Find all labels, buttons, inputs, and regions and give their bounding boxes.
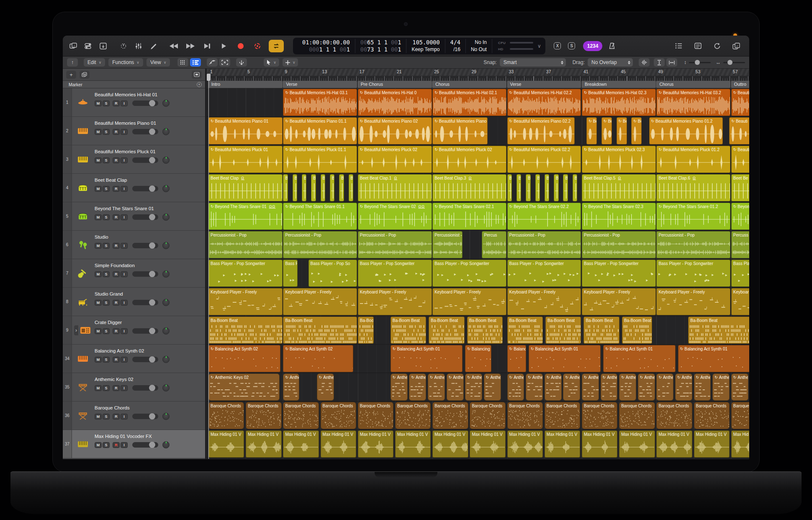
region[interactable]: ↻Anthe: [484, 373, 501, 401]
cycle-button[interactable]: [269, 40, 284, 52]
region[interactable]: ↻Beautiful Memories Piano 01.2: [649, 117, 723, 144]
track-row[interactable]: 5 Beyond The Stars Snare 01 M S R I: [63, 202, 205, 231]
input-monitor-button[interactable]: I: [121, 357, 128, 363]
region[interactable]: Max Hiding 01 V: [582, 430, 617, 458]
region[interactable]: B: [535, 174, 540, 201]
solo-button[interactable]: S: [103, 385, 110, 391]
region[interactable]: Baroque Chords: [246, 402, 281, 429]
region[interactable]: ↻Anthe: [428, 373, 445, 401]
disclosure-chevron-icon[interactable]: ›: [74, 325, 78, 335]
region[interactable]: ↻Beautiful Memories Pluck 02.2: [507, 146, 581, 173]
region[interactable]: Bass Player - Pop Songwriter: [358, 260, 432, 287]
region[interactable]: ↻Beyond The Stars Snare 02.3: [582, 203, 656, 230]
s-badge-button[interactable]: S: [566, 41, 577, 51]
region[interactable]: ↻Anthe: [317, 373, 334, 401]
solo-button[interactable]: S: [103, 100, 110, 106]
input-monitor-button[interactable]: I: [121, 129, 128, 135]
region[interactable]: ↻Beyond The Stars Snare 01.2: [656, 203, 730, 230]
input-monitor-button[interactable]: I: [121, 271, 128, 277]
solo-button[interactable]: S: [103, 357, 110, 363]
pencil-icon[interactable]: [148, 40, 159, 52]
mute-button[interactable]: M: [95, 442, 102, 448]
tuner-icon[interactable]: [118, 40, 129, 52]
solo-button[interactable]: S: [103, 129, 110, 135]
mute-button[interactable]: M: [95, 129, 102, 135]
input-monitor-button[interactable]: I: [121, 328, 128, 334]
region[interactable]: ↻Balancing Act Synth 02: [208, 345, 280, 372]
region[interactable]: B: [283, 174, 288, 201]
track-row[interactable]: 36 Baroque Chords M S R I: [63, 402, 205, 430]
region[interactable]: Max Hiding 01 V: [208, 430, 244, 458]
region-grid[interactable]: ↻Beautiful Memories Hi-Hat 03.1 ↻Beautif…: [207, 88, 749, 459]
region[interactable]: Baroque Chords: [507, 402, 543, 429]
region[interactable]: ↻Beautiful Memories Piano 02: [432, 117, 488, 144]
region[interactable]: ↻Beautiful Memories Hi-Hat 02.3: [582, 89, 656, 116]
region[interactable]: ↻Beyond The Stars Snare 02ΩΩ: [358, 203, 432, 230]
region[interactable]: Max Hiding 01 V: [656, 430, 692, 458]
region[interactable]: ↻Anthe: [619, 373, 636, 401]
region[interactable]: ↻Anthe: [465, 373, 482, 401]
region[interactable]: ↻Beyond The Stars Snare 01ΩΩ: [208, 203, 283, 230]
region[interactable]: ↻Anthe: [694, 373, 711, 401]
input-monitor-button[interactable]: I: [121, 157, 128, 163]
track-row[interactable]: 1 Beautiful Memories Hi-Hat 01 M S R I: [63, 88, 205, 117]
volume-slider[interactable]: [132, 214, 158, 220]
record-button[interactable]: [235, 40, 246, 52]
lcd-signature[interactable]: 4/4 /16: [445, 39, 466, 53]
region[interactable]: Baroque Chords: [656, 402, 692, 429]
pan-knob[interactable]: [162, 270, 170, 278]
input-monitor-button[interactable]: I: [121, 300, 128, 306]
input-monitor-button[interactable]: I: [121, 385, 128, 391]
region[interactable]: Max Hiding 01 V: [545, 430, 580, 458]
solo-button[interactable]: S: [103, 442, 110, 448]
metronome-icon[interactable]: [606, 40, 617, 52]
region[interactable]: Max Hiding 01 V: [507, 430, 543, 458]
input-monitor-button[interactable]: I: [121, 243, 128, 249]
region[interactable]: Beet Beat Clap.1Ω: [358, 174, 432, 201]
region[interactable]: ↻Anthemic Keys 02: [208, 373, 280, 401]
mute-button[interactable]: M: [95, 385, 102, 391]
region[interactable]: Keyboard Player - Freely: [358, 288, 432, 315]
region[interactable]: Percussionist - Pop: [507, 231, 581, 258]
record-enable-button[interactable]: R: [113, 243, 120, 249]
region[interactable]: Ba-Boom Beat: [622, 317, 652, 344]
input-monitor-button[interactable]: I: [121, 414, 128, 420]
arrangement-marker[interactable]: Pre Chorus: [358, 81, 432, 88]
region[interactable]: ↻Anthe: [675, 373, 692, 401]
bar-ruler-ticks[interactable]: [207, 76, 749, 81]
region[interactable]: Ba-Boom Beat: [467, 317, 503, 344]
region[interactable]: Baroque Chords: [619, 402, 655, 429]
track-row[interactable]: 35 Anthemic Keys 02 M S R I: [63, 373, 205, 402]
region[interactable]: ↻Beautiful Memories Pluck 02: [358, 146, 432, 173]
volume-slider[interactable]: [132, 271, 158, 277]
edit-menu[interactable]: Edit∨: [84, 58, 105, 67]
solo-button[interactable]: S: [103, 186, 110, 192]
region[interactable]: Max Hiding 01 V: [694, 430, 730, 458]
track-row[interactable]: 6 Studio M S R I: [63, 231, 205, 259]
region[interactable]: Beet Be: [731, 174, 749, 201]
record-enable-button[interactable]: R: [113, 157, 120, 163]
waveform-zoom-button[interactable]: [639, 58, 650, 67]
region[interactable]: ↻Beyond The Stars Snare 01.1: [283, 203, 357, 230]
mute-button[interactable]: M: [95, 328, 102, 334]
region[interactable]: Bass P: [283, 260, 297, 287]
marker-global-track[interactable]: Marker +: [63, 81, 205, 88]
region[interactable]: Keyboar: [731, 288, 749, 315]
region[interactable]: ↻Anthe: [447, 373, 464, 401]
volume-slider[interactable]: [132, 157, 158, 163]
region[interactable]: Beet Beat Clap.3Ω: [432, 174, 506, 201]
input-monitor-button[interactable]: I: [121, 100, 128, 106]
record-enable-button[interactable]: R: [113, 186, 120, 192]
region[interactable]: ↻Anthe: [656, 373, 673, 401]
region[interactable]: Keyboard Player - Freely: [507, 288, 581, 315]
region[interactable]: ↻Balancing Act Synth 01: [529, 345, 601, 372]
record-enable-button[interactable]: R: [113, 442, 120, 448]
region[interactable]: ↻Beautiful Memories Hi-Hat 0: [358, 89, 432, 116]
volume-slider[interactable]: [132, 100, 158, 106]
region[interactable]: ↻Anthe: [526, 373, 543, 401]
region[interactable]: ↻Beauti: [731, 146, 749, 173]
region[interactable]: B: [526, 174, 530, 201]
grid-view-button[interactable]: [177, 58, 188, 67]
note-pads-icon[interactable]: [692, 40, 703, 52]
pan-knob[interactable]: [162, 185, 170, 192]
